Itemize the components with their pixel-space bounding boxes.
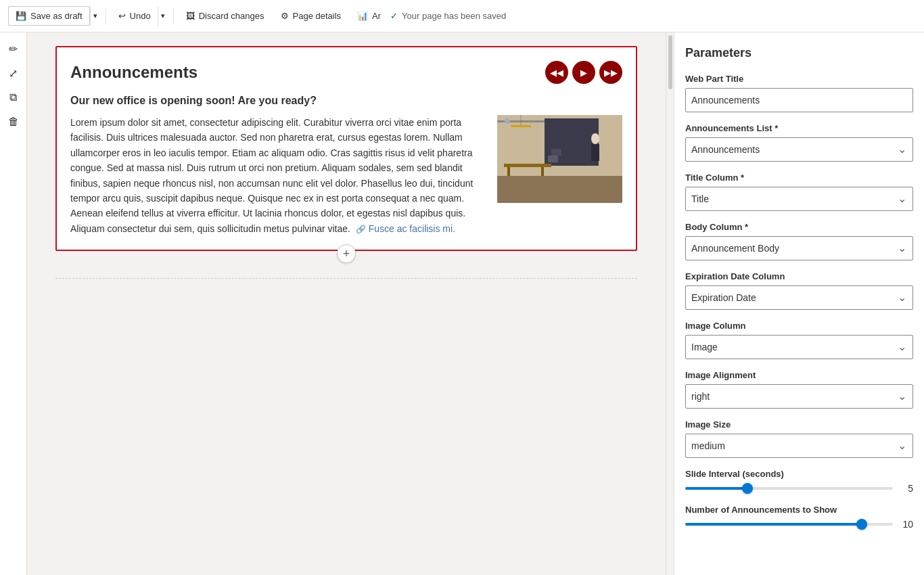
image-size-group: Image Size small medium large (685, 419, 913, 458)
save-status: ✓ Your page has been saved (390, 11, 506, 21)
media-prev-button[interactable]: ◀◀ (545, 61, 568, 84)
title-column-wrapper: Title Name Subject (685, 187, 913, 211)
save-draft-button[interactable]: 💾 Save as draft (8, 6, 90, 26)
save-icon: 💾 (16, 11, 26, 21)
office-scene-svg (497, 115, 622, 203)
body-column-wrapper: Announcement Body Description Content (685, 236, 913, 260)
undo-label: Undo (130, 11, 151, 21)
copy-icon: ⧉ (9, 91, 17, 104)
media-next-button[interactable]: ▶▶ (599, 61, 622, 84)
toolbar-divider-2 (173, 8, 174, 24)
web-part-title-input[interactable] (685, 88, 913, 112)
params-panel: Parameters Web Part Title Announcements … (674, 32, 924, 575)
discard-label: Discard changes (199, 11, 264, 21)
save-draft-group: 💾 Save as draft ▾ (8, 6, 100, 26)
discard-icon: 🖼 (186, 11, 195, 21)
num-announcements-thumb[interactable] (856, 519, 867, 530)
body-column-group: Body Column * Announcement Body Descript… (685, 222, 913, 260)
num-announcements-slider-row: 10 (685, 519, 913, 530)
add-section-button[interactable]: + (337, 244, 356, 263)
image-column-group: Image Column Image Thumbnail Photo (685, 321, 913, 359)
image-column-select[interactable]: Image Thumbnail Photo (685, 335, 913, 359)
svg-rect-10 (507, 167, 510, 176)
slide-interval-track[interactable] (685, 487, 893, 490)
link-icon: 🔗 (356, 225, 366, 234)
announcements-list-group: Announcements List * Announcements News … (685, 123, 913, 162)
toolbar-divider-1 (106, 8, 106, 24)
pencil-icon: ✏ (9, 43, 18, 55)
body-column-label: Body Column * (685, 222, 913, 232)
image-size-select[interactable]: small medium large (685, 434, 913, 458)
toolbar: 💾 Save as draft ▾ ↩ Undo ▾ 🖼 Discard cha… (0, 0, 924, 32)
svg-rect-14 (497, 120, 545, 122)
announcement-link[interactable]: Fusce ac facilisis mi. (369, 223, 455, 234)
slide-interval-group: Slide Interval (seconds) 5 (685, 469, 913, 494)
image-size-wrapper: small medium large (685, 434, 913, 458)
webpart-container: Announcements ◀◀ ▶ ▶▶ Our new office is … (55, 46, 637, 251)
save-draft-label: Save as draft (30, 11, 83, 21)
check-icon: ✓ (390, 11, 398, 21)
svg-rect-4 (548, 156, 558, 162)
edit-tool-delete[interactable]: 🗑 (3, 111, 24, 133)
svg-point-15 (505, 118, 510, 124)
title-column-label: Title Column * (685, 172, 913, 183)
expiration-date-column-select[interactable]: Expiration Date End Date Due Date (685, 285, 913, 310)
edit-tool-pencil[interactable]: ✏ (3, 38, 24, 60)
svg-rect-11 (541, 167, 544, 176)
announcement-text: Lorem ipsum dolor sit amet, consectetur … (70, 115, 484, 236)
page-details-icon: ⚙ (281, 11, 289, 21)
params-title: Parameters (685, 46, 913, 60)
slide-interval-label: Slide Interval (seconds) (685, 469, 913, 479)
canvas-area: Announcements ◀◀ ▶ ▶▶ Our new office is … (27, 32, 666, 575)
title-column-select[interactable]: Title Name Subject (685, 187, 913, 211)
title-column-group: Title Column * Title Name Subject (685, 172, 913, 211)
svg-rect-9 (504, 164, 551, 167)
webpart-header: Announcements ◀◀ ▶ ▶▶ (70, 61, 622, 84)
undo-dropdown[interactable]: ▾ (158, 7, 168, 26)
delete-icon: 🗑 (8, 116, 19, 128)
webpart-title: Announcements (70, 63, 198, 82)
discard-changes-button[interactable]: 🖼 Discard changes (179, 7, 271, 25)
expiration-date-column-label: Expiration Date Column (685, 271, 913, 281)
page-details-label: Page details (293, 11, 342, 21)
announcement-body: Lorem ipsum dolor sit amet, consectetur … (70, 115, 622, 236)
num-announcements-label: Number of Announcements to Show (685, 505, 913, 515)
prev-icon: ◀◀ (550, 68, 563, 78)
announcement-image (497, 115, 622, 203)
body-column-select[interactable]: Announcement Body Description Content (685, 236, 913, 260)
canvas-scrollbar[interactable] (666, 32, 674, 575)
num-announcements-value: 10 (900, 519, 913, 530)
announcement-heading: Our new office is opening soon! Are you … (70, 95, 622, 107)
image-size-label: Image Size (685, 419, 913, 430)
scroll-thumb[interactable] (668, 35, 672, 89)
slide-interval-fill (685, 487, 747, 490)
edit-sidebar: ✏ ⤢ ⧉ 🗑 (0, 32, 27, 575)
edit-tool-copy[interactable]: ⧉ (3, 87, 24, 108)
image-alignment-group: Image Alignment right left center (685, 370, 913, 409)
announcements-list-select[interactable]: Announcements News Events (685, 137, 913, 162)
undo-icon: ↩ (118, 11, 126, 21)
saved-status-text: Your page has been saved (402, 11, 506, 21)
num-announcements-track[interactable] (685, 523, 893, 526)
undo-button[interactable]: ↩ Undo (112, 7, 158, 25)
image-alignment-select[interactable]: right left center (685, 384, 913, 409)
slide-interval-thumb[interactable] (742, 483, 753, 494)
analytics-icon: 📊 (357, 11, 368, 21)
media-controls: ◀◀ ▶ ▶▶ (545, 61, 622, 84)
analytics-button[interactable]: 📊 Ar (350, 7, 388, 25)
svg-rect-6 (555, 142, 565, 149)
announcements-list-label: Announcements List * (685, 123, 913, 133)
move-icon: ⤢ (9, 67, 18, 80)
svg-rect-5 (551, 149, 561, 156)
svg-point-7 (591, 133, 599, 144)
page-details-button[interactable]: ⚙ Page details (274, 7, 348, 25)
media-play-button[interactable]: ▶ (572, 61, 595, 84)
next-icon: ▶▶ (604, 68, 618, 78)
web-part-title-group: Web Part Title (685, 74, 913, 112)
expiration-date-column-wrapper: Expiration Date End Date Due Date (685, 285, 913, 310)
image-alignment-label: Image Alignment (685, 370, 913, 380)
undo-group: ↩ Undo ▾ (112, 7, 168, 26)
edit-tool-move[interactable]: ⤢ (3, 62, 24, 84)
save-draft-dropdown[interactable]: ▾ (90, 7, 100, 26)
svg-rect-1 (497, 176, 622, 203)
